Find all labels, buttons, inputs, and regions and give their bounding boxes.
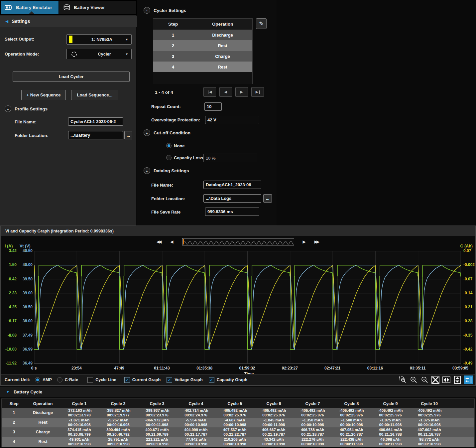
cycle-value-cell: -5.554 mAh00:00:10.998 (177, 418, 215, 427)
cycler-settings-header[interactable]: ▲ Cycler Settings (144, 7, 186, 14)
cycle-value-cell: -405.492 mAh00:02:25.976 (332, 408, 371, 418)
profile-file-name-input[interactable]: CyclerACh1 2023-06-2 (68, 117, 123, 126)
cycle-operation-cell: Discharge (26, 408, 60, 418)
settings-header[interactable]: ◀ Settings (0, 16, 137, 27)
cycle-duration-value: 00:02:25.976 (223, 413, 246, 418)
fit-vertical-button[interactable] (453, 375, 462, 384)
prev-page-button[interactable]: ◀ (219, 87, 232, 97)
axis-tick-label: 37.49 (19, 333, 33, 338)
profile-folder-input[interactable]: ...\Battery (68, 131, 123, 139)
cutoff-capacity-loss-option[interactable]: Capacity Loss: (166, 155, 204, 160)
current-graph-checkbox[interactable]: ✓ (124, 377, 130, 383)
scrubber-position-marker[interactable] (183, 239, 184, 244)
cycle-value-cell: -405.492 mAh00:02:25.976 (215, 408, 254, 418)
cutoff-condition-header[interactable]: ▲ Cut-off Condition (144, 129, 190, 136)
select-output-dropdown[interactable]: 1: N7953A ▼ (66, 34, 132, 45)
axis-tick-label: 39.50 (19, 277, 33, 281)
step-forward-button[interactable]: ▶ (303, 239, 306, 244)
profile-folder-browse-button[interactable]: ... (124, 131, 132, 139)
cycle-line-checkbox[interactable] (87, 377, 93, 383)
tab-battery-emulator[interactable]: Battery Emulator (1, 1, 59, 14)
capacity-loss-input[interactable]: 10 % (203, 154, 257, 162)
cutoff-none-option[interactable]: None (166, 143, 185, 148)
axis-tick-label: -4.25 (3, 305, 17, 309)
cycle-charge-value: 407.602 mAh (417, 428, 441, 432)
profile-settings-header[interactable]: ▲ Profile Settings (5, 105, 48, 112)
cycle-value-cell: 221.221 µAh00:00:10.998 (138, 437, 177, 447)
capacity-graph-option[interactable]: ✓ Capacity Graph (209, 377, 247, 383)
battery-cycle-row: 4Rest49.931 µAh00:00:10.99825.751 µAh00:… (2, 437, 474, 447)
cycle-duration-value: 00:21:20.787 (340, 432, 363, 437)
cycle-duration-value: 00:02:13.978 (68, 413, 90, 418)
collapse-icon[interactable]: ▲ (144, 129, 150, 136)
cycle-charge-value: 210.206 µAh (224, 437, 246, 442)
tab-battery-viewer[interactable]: Battery Viewer (59, 1, 136, 14)
amp-radio[interactable] (35, 377, 40, 382)
datalog-folder-input[interactable]: ...\Data Logs (203, 194, 261, 203)
profile-file-name-label: File Name: (15, 119, 37, 124)
datalog-folder-label: Folder Location: (151, 196, 185, 201)
load-cycler-button[interactable]: Load Cycler (13, 72, 130, 82)
cycle-operation-cell: Rest (26, 418, 60, 427)
crate-option[interactable]: C-Rate (57, 377, 78, 382)
zoom-out-button[interactable] (420, 375, 429, 384)
back-icon[interactable]: ◀ (5, 19, 8, 24)
battery-cycle-header[interactable]: ▼ Battery Cycle (0, 387, 476, 397)
cycler-step-row[interactable]: 2Rest (153, 40, 252, 51)
cycler-steps-body: 1Discharge2Rest3Charge4Rest (153, 30, 252, 72)
voltage-graph-option[interactable]: ✓ Voltage Graph (167, 377, 203, 383)
capacity-loss-radio[interactable] (166, 155, 172, 160)
new-sequence-button[interactable]: + New Sequence (21, 90, 66, 100)
none-radio[interactable] (166, 143, 172, 148)
collapse-icon[interactable]: ▲ (5, 105, 11, 112)
cycle-value-cell: -1.871 mAh00:00:10.998 (60, 418, 99, 427)
cycler-step-row[interactable]: 4Rest (153, 62, 252, 72)
cycle-column-header: Cycle 8 (332, 399, 371, 408)
next-page-button[interactable]: ▶ (235, 87, 248, 97)
cycle-charge-value: -1.500 mAh (341, 418, 362, 423)
collapse-icon[interactable]: ▲ (144, 167, 150, 174)
load-sequence-button[interactable]: Load Sequence... (71, 90, 118, 100)
tab-label: Battery Emulator (16, 5, 52, 10)
auto-scroll-button[interactable] (464, 375, 473, 384)
time-scrubber[interactable] (182, 238, 294, 245)
voltage-graph-checkbox[interactable]: ✓ (167, 377, 172, 383)
cycler-step-row[interactable]: 3Charge (153, 51, 252, 62)
amp-option[interactable]: AMP (35, 377, 52, 382)
step-operation-cell: Rest (193, 62, 252, 72)
fit-all-button[interactable] (431, 375, 440, 384)
cycler-step-row[interactable]: 1Discharge (153, 30, 252, 40)
fit-all-icon (431, 376, 439, 384)
datalog-settings-header[interactable]: ▲ Datalog Settings (144, 167, 189, 174)
datalog-folder-browse-button[interactable]: ... (263, 194, 272, 203)
zoom-in-button[interactable] (409, 375, 418, 384)
divider (0, 65, 137, 65)
cycle-charge-value: 407.954 mAh (340, 428, 363, 432)
capacity-graph-checkbox[interactable]: ✓ (209, 377, 214, 383)
repeat-count-input[interactable]: 10 (204, 102, 222, 111)
zoom-box-button[interactable] (398, 375, 407, 384)
edit-steps-button[interactable]: ✎ (256, 18, 267, 29)
chart-plot-area[interactable] (34, 251, 461, 364)
step-back-button[interactable]: ◀ (170, 239, 173, 244)
datalog-file-name-input[interactable]: DatalogACh1_2023-06 (203, 181, 261, 189)
fit-horizontal-icon (442, 376, 450, 384)
time-tick-label: 01:59:32 (232, 366, 262, 371)
prev-icon: ◀ (224, 90, 227, 94)
axis-tick-label: -0.42 (463, 347, 476, 352)
ovp-input[interactable]: 42 V (205, 116, 259, 124)
fast-forward-button[interactable]: ▶▶ (314, 239, 319, 244)
first-page-button[interactable]: ◀ (203, 87, 216, 97)
cycle-line-option[interactable]: Cycle Line (87, 377, 116, 383)
fit-horizontal-button[interactable] (442, 375, 451, 384)
current-graph-option[interactable]: ✓ Current Graph (124, 377, 161, 383)
rewind-button[interactable]: ◀◀ (157, 239, 162, 244)
file-save-rate-input[interactable]: 999.8336 ms (205, 208, 259, 216)
operation-mode-dropdown[interactable]: Cycler ▼ (66, 49, 132, 59)
collapse-icon[interactable]: ▲ (144, 7, 150, 14)
expand-icon[interactable]: ▼ (6, 390, 10, 394)
cycle-duration-value: 00:00:10.998 (301, 423, 324, 427)
crate-radio[interactable] (57, 377, 62, 382)
last-page-button[interactable]: ▶ (251, 87, 264, 97)
axis-tick-label: -0.002 (463, 262, 476, 267)
